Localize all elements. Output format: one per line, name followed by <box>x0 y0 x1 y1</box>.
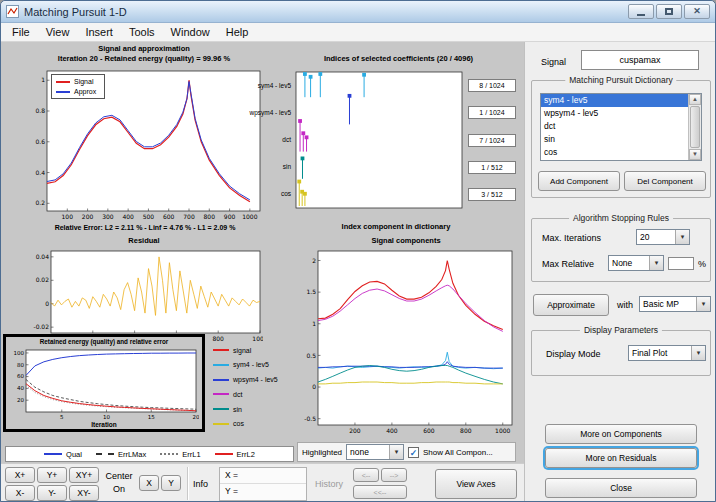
titlebar[interactable]: Matching Pursuit 1-D ✕ <box>1 1 715 23</box>
svg-text:-0.5: -0.5 <box>304 415 316 422</box>
menu-insert[interactable]: Insert <box>77 24 121 40</box>
method-dropdown[interactable]: Basic MP ▾ <box>639 296 711 312</box>
dictionary-item-2[interactable]: dct <box>541 120 688 133</box>
center-y-button[interactable]: Y <box>161 475 181 491</box>
zoom-x-minus-button[interactable]: X- <box>5 485 35 501</box>
svg-text:10: 10 <box>103 414 110 420</box>
add-component-button[interactable]: Add Component <box>538 171 620 191</box>
svg-text:600: 600 <box>163 213 175 220</box>
legend-item-errl1: ErrL1 <box>160 450 200 459</box>
legend-item-qual: Qual <box>44 450 82 459</box>
history-next-button: --> <box>381 468 407 482</box>
history-label: History <box>315 479 343 489</box>
close-window-button[interactable]: ✕ <box>684 4 710 19</box>
bottom-toolbar: X+ Y+ XY+ X- Y- XY- Center On X Y Info X… <box>1 463 524 502</box>
coefficients-plot-title: Indices of selected coefficients (20 / 4… <box>281 54 516 63</box>
minimize-button[interactable] <box>628 4 654 19</box>
selected-coefficients-plot[interactable] <box>294 68 464 218</box>
svg-text:200: 200 <box>349 427 361 434</box>
highlighted-panel: Highlighted none ▾ ✓ Show All Compon... <box>297 442 516 462</box>
show-all-components-label: Show All Compon... <box>423 448 493 457</box>
zoom-xy-minus-button[interactable]: XY- <box>69 485 99 501</box>
signal-plot-title: Signal and approximation <box>11 44 277 53</box>
legend-label: dct <box>233 391 242 398</box>
menu-help[interactable]: Help <box>218 24 257 40</box>
menu-window[interactable]: Window <box>163 24 218 40</box>
svg-text:0.02: 0.02 <box>36 276 50 283</box>
maximize-button[interactable] <box>656 4 682 19</box>
close-icon: ✕ <box>693 7 701 16</box>
method-value: Basic MP <box>640 297 696 311</box>
zoom-x-plus-button[interactable]: X+ <box>5 467 35 483</box>
legend-item-dct: dct <box>213 387 295 401</box>
max-relative-input[interactable] <box>668 257 694 270</box>
legend-swatch <box>44 453 62 455</box>
display-mode-dropdown[interactable]: Final Plot ▾ <box>628 345 706 361</box>
info-label: Info <box>193 479 208 489</box>
scroll-down-icon[interactable]: ▼ <box>689 149 701 160</box>
coefficient-count-1: 1 / 1024 <box>468 106 516 119</box>
legend-item-approx: Approx <box>56 88 100 95</box>
approximate-button[interactable]: Approximate <box>533 294 609 316</box>
legend-swatch <box>160 453 178 455</box>
app-window: Matching Pursuit 1-D ✕ FileViewInsertToo… <box>0 0 716 502</box>
dictionary-item-3[interactable]: sin <box>541 133 688 146</box>
minimize-icon <box>637 14 645 16</box>
max-relative-dropdown[interactable]: None ▾ <box>608 255 664 271</box>
with-label: with <box>617 300 633 310</box>
legend-swatch-approx <box>56 91 70 93</box>
svg-text:20: 20 <box>193 414 200 420</box>
toolbar-separator <box>187 467 188 500</box>
more-on-components-button[interactable]: More on Components <box>545 424 697 444</box>
chevron-down-icon: ▾ <box>675 230 689 244</box>
scroll-up-icon[interactable]: ▲ <box>689 94 701 105</box>
info-xy-box: X = Y = <box>219 467 307 501</box>
legend-label: sin <box>233 406 242 413</box>
zoom-y-plus-button[interactable]: Y+ <box>37 467 67 483</box>
legend-item-errl2: ErrL2 <box>215 450 255 459</box>
svg-text:1.5: 1.5 <box>306 288 316 295</box>
legend-label: Qual <box>66 450 82 459</box>
svg-text:0.8: 0.8 <box>35 107 45 114</box>
dictionary-listbox[interactable]: sym4 - lev5wpsym4 - lev5dctsincos ▲ ▼ <box>540 93 702 161</box>
signal-components-plot[interactable]: 2004006008001000-0.500.511.52 <box>297 248 515 436</box>
coefficient-row-label-1: wpsym4 - lev5 <box>233 109 291 116</box>
svg-text:5: 5 <box>60 414 64 420</box>
show-all-components-checkbox[interactable]: ✓ <box>408 447 419 458</box>
signal-plot-legend: Signal Approx <box>51 74 105 99</box>
menu-view[interactable]: View <box>38 24 78 40</box>
more-on-residuals-button[interactable]: More on Residuals <box>545 448 697 468</box>
coefficient-row-label-2: dct <box>233 136 291 143</box>
listbox-scrollbar[interactable]: ▲ ▼ <box>688 94 701 160</box>
svg-text:1: 1 <box>41 76 45 83</box>
zoom-xy-plus-button[interactable]: XY+ <box>69 467 99 483</box>
menu-file[interactable]: File <box>4 24 38 40</box>
zoom-y-minus-button[interactable]: Y- <box>37 485 67 501</box>
view-axes-button[interactable]: View Axes <box>435 469 517 499</box>
residual-plot[interactable]: 2004006008001000-0.0200.020.04 <box>25 248 263 344</box>
svg-text:400: 400 <box>122 213 134 220</box>
dictionary-group-title: Matching Pursuit Dictionary <box>565 75 676 85</box>
max-iterations-dropdown[interactable]: 20 ▾ <box>636 229 690 245</box>
window-controls: ✕ <box>628 4 710 19</box>
display-parameters-group: Display Parameters Display Mode Final Pl… <box>531 330 711 376</box>
legend-swatch <box>213 423 229 425</box>
scrollbar-track[interactable] <box>689 105 701 149</box>
legend-item-wpsym4-lev5: wpsym4 - lev5 <box>213 373 295 387</box>
quality-legend: QualErrLMaxErrL1ErrL2 <box>5 446 294 462</box>
legend-swatch <box>213 379 229 381</box>
dictionary-item-0[interactable]: sym4 - lev5 <box>541 94 688 107</box>
dictionary-item-1[interactable]: wpsym4 - lev5 <box>541 107 688 120</box>
menu-tools[interactable]: Tools <box>121 24 163 40</box>
quality-error-plot[interactable]: 510152020406080100 <box>9 347 199 421</box>
highlighted-label: Highlighted <box>302 448 342 457</box>
scrollbar-thumb[interactable] <box>690 106 700 148</box>
center-x-button[interactable]: X <box>139 475 159 491</box>
signal-name-box: cuspamax <box>581 50 699 70</box>
highlighted-dropdown[interactable]: none ▾ <box>346 444 404 460</box>
dictionary-item-4[interactable]: cos <box>541 146 688 159</box>
del-component-button[interactable]: Del Component <box>624 171 706 191</box>
legend-swatch <box>213 349 229 351</box>
close-button[interactable]: Close <box>545 478 697 498</box>
selected-axes-frame[interactable]: Retained energy (quality) and relative e… <box>3 334 205 432</box>
